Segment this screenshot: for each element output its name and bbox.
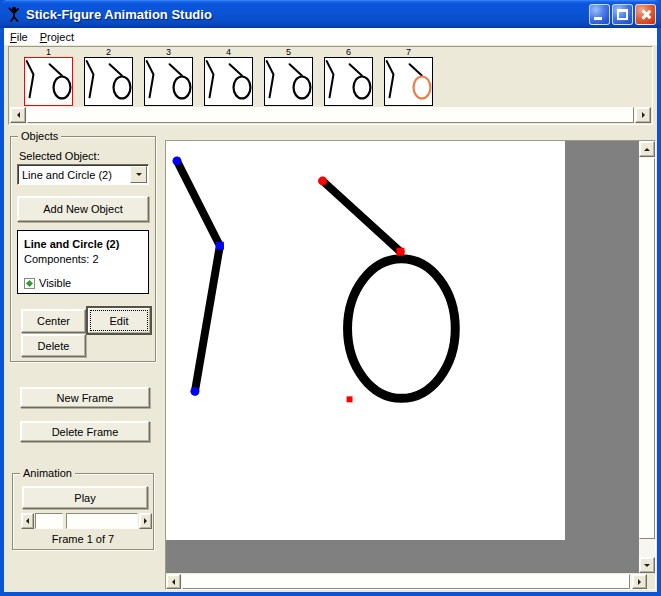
frame-status: Frame 1 of 7 [13, 533, 153, 545]
arrow-left-icon [14, 112, 20, 118]
canvas-vertical-scrollbar[interactable] [639, 141, 655, 573]
maximize-button[interactable] [612, 4, 633, 25]
frame-slider-right-button[interactable] [139, 513, 152, 529]
scroll-up-button[interactable] [639, 141, 655, 157]
frame-thumbnail-5[interactable] [264, 57, 313, 106]
canvas-container [165, 140, 656, 590]
visible-label: Visible [39, 277, 71, 289]
menu-file[interactable]: File [4, 30, 34, 44]
arrow-left-icon [169, 579, 175, 585]
add-new-object-button[interactable]: Add New Object [17, 196, 149, 222]
selected-object-dropdown[interactable]: Line and Circle (2) [17, 164, 149, 185]
frame-thumbnail-3[interactable] [144, 57, 193, 106]
frame-thumbnail-6[interactable] [324, 57, 373, 106]
frame-cell: 6 [324, 48, 373, 106]
maximize-icon [617, 9, 628, 20]
window-title: Stick-Figure Animation Studio [26, 7, 589, 22]
arrow-left-icon [23, 518, 29, 524]
frame-cell: 1 [24, 48, 73, 106]
arrow-right-icon [638, 579, 644, 585]
frame-thumbnail-4[interactable] [204, 57, 253, 106]
frame-slider-track[interactable] [66, 513, 138, 529]
frame-thumbnail-7[interactable] [384, 57, 433, 106]
scroll-right-button[interactable] [632, 574, 647, 589]
frame-number: 4 [204, 48, 253, 57]
menu-bar: File Project [4, 28, 657, 45]
new-frame-button[interactable]: New Frame [20, 387, 150, 408]
delete-button[interactable]: Delete [21, 334, 86, 357]
animation-groupbox: Animation Play Frame 1 of 7 [12, 473, 154, 550]
scrollbar-thumb[interactable] [27, 107, 634, 123]
menu-project[interactable]: Project [34, 30, 80, 44]
object-info-components: Components: 2 [24, 253, 142, 265]
frame-cell: 7 [384, 48, 433, 106]
frame-cell: 5 [264, 48, 313, 106]
selected-object-value: Line and Circle (2) [18, 168, 129, 181]
objects-groupbox: Objects Selected Object: Line and Circle… [10, 136, 156, 362]
frame-cell: 2 [84, 48, 133, 106]
animation-legend: Animation [20, 467, 75, 479]
frame-strip-scrollbar[interactable] [10, 107, 651, 123]
frame-slider-thumb[interactable] [35, 513, 63, 529]
objects-legend: Objects [18, 130, 61, 142]
chevron-down-icon [136, 173, 142, 179]
stick-figure-app-icon [6, 6, 22, 22]
frame-strip: 1234567 [8, 46, 653, 125]
minimize-icon [594, 17, 602, 20]
client-area: 1234567 Objects Selected Object: Line an… [4, 45, 657, 592]
play-button[interactable]: Play [22, 486, 148, 509]
arrow-down-icon [644, 564, 650, 570]
arrow-right-icon [642, 112, 648, 118]
arrow-right-icon [144, 518, 150, 524]
delete-frame-button[interactable]: Delete Frame [20, 421, 150, 442]
visible-state-icon [24, 278, 35, 289]
scrollbar-thumb[interactable] [639, 158, 655, 539]
arrow-up-icon [644, 145, 650, 151]
scroll-right-button[interactable] [635, 107, 651, 123]
frame-thumbnail-1[interactable] [24, 57, 73, 106]
window-controls [589, 4, 656, 25]
visible-indicator[interactable]: Visible [24, 277, 142, 289]
dropdown-button[interactable] [130, 166, 147, 183]
title-bar: Stick-Figure Animation Studio [0, 0, 661, 28]
frame-strip-row: 1234567 [24, 48, 433, 106]
scrollbar-thumb[interactable] [182, 574, 630, 589]
drawing-canvas[interactable] [166, 141, 565, 540]
scroll-left-button[interactable] [166, 574, 181, 589]
close-button[interactable] [635, 4, 656, 25]
frame-slider-left-button[interactable] [21, 513, 34, 529]
frame-number: 3 [144, 48, 193, 57]
scroll-left-button[interactable] [10, 107, 26, 123]
frame-number: 1 [24, 48, 73, 57]
frame-number: 6 [324, 48, 373, 57]
canvas-horizontal-scrollbar[interactable] [166, 574, 647, 589]
selected-object-label: Selected Object: [19, 150, 100, 162]
edit-button[interactable]: Edit [87, 307, 151, 334]
frame-cell: 4 [204, 48, 253, 106]
frame-thumbnail-2[interactable] [84, 57, 133, 106]
frame-number: 2 [84, 48, 133, 57]
close-icon [636, 5, 655, 24]
frame-number: 5 [264, 48, 313, 57]
frame-number: 7 [384, 48, 433, 57]
center-button[interactable]: Center [21, 309, 86, 333]
object-info-name: Line and Circle (2) [24, 238, 142, 250]
object-info-box: Line and Circle (2) Components: 2 Visibl… [17, 230, 149, 294]
frame-cell: 3 [144, 48, 193, 106]
scroll-down-button[interactable] [639, 557, 655, 573]
canvas-viewport [166, 141, 639, 573]
minimize-button[interactable] [589, 4, 610, 25]
